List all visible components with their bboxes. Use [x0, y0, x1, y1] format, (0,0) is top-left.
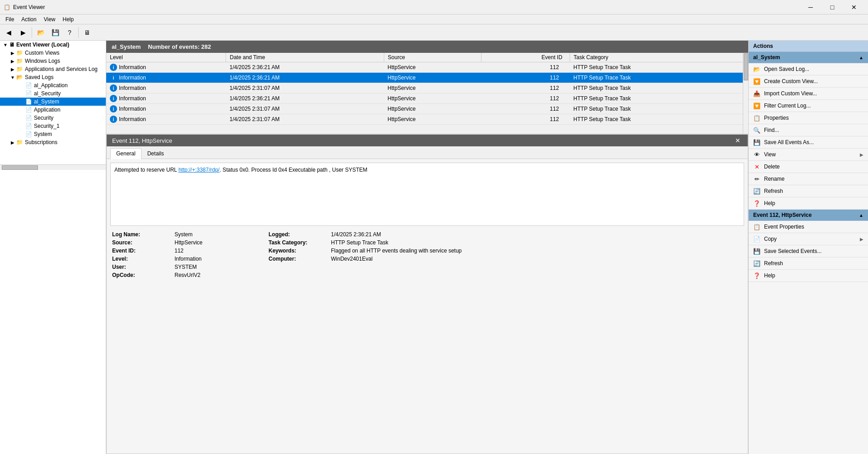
level-value: Information	[175, 256, 265, 262]
toolbar: ◀ ▶ 📂 💾 ? 🖥	[0, 24, 868, 41]
tab-details[interactable]: Details	[142, 148, 170, 159]
event-section-collapse-btn[interactable]: ▲	[859, 213, 863, 218]
action-filter-current-log[interactable]: 🔽 Filter Current Log...	[749, 100, 868, 112]
create-custom-view-label: Create Custom View...	[764, 78, 818, 84]
action-open-saved-log[interactable]: 📂 Open Saved Log...	[749, 63, 868, 75]
tree-item-security[interactable]: 📄 Security	[0, 114, 106, 122]
table-row[interactable]: iInformation 1/4/2025 2:31:07 AM HttpSer…	[106, 114, 748, 125]
cell-source: HttpService	[384, 83, 481, 94]
tree-item-al-system[interactable]: 📄 al_System	[0, 98, 106, 106]
cell-source: HttpService	[384, 62, 481, 73]
custom-views-expander: ▶	[9, 51, 16, 56]
open-saved-log-icon: 📂	[753, 66, 760, 73]
col-datetime[interactable]: Date and Time	[226, 53, 384, 62]
cell-datetime: 1/4/2025 2:31:07 AM	[226, 104, 384, 114]
tree-item-windows-logs[interactable]: ▶ 📁 Windows Logs	[0, 57, 106, 65]
tab-general[interactable]: General	[110, 148, 142, 159]
close-button[interactable]: ✕	[844, 0, 864, 14]
filter-label: Filter Current Log...	[764, 103, 811, 109]
help-button[interactable]: ?	[63, 26, 76, 39]
forward-button[interactable]: ▶	[16, 26, 30, 39]
tree-root[interactable]: ▼ 🖥 Event Viewer (Local)	[0, 41, 106, 49]
cell-level: iInformation	[106, 62, 226, 73]
event-section-header[interactable]: Event 112, HttpService ▲	[749, 210, 868, 221]
find-label: Find...	[764, 127, 779, 133]
action-import-custom-view[interactable]: 📥 Import Custom View...	[749, 88, 868, 100]
computer-value: WinDev2401Eval	[331, 256, 742, 262]
menu-help[interactable]: Help	[59, 15, 78, 23]
info-icon: i	[110, 74, 117, 81]
table-row[interactable]: iInformation 1/4/2025 2:36:21 AM HttpSer…	[106, 73, 748, 83]
action-copy[interactable]: 📄 Copy ▶	[749, 233, 868, 245]
view-icon: 👁	[753, 151, 760, 158]
menu-file[interactable]: File	[2, 15, 18, 23]
al-system-collapse-btn[interactable]: ▲	[859, 55, 863, 60]
tree-item-al-security[interactable]: 📄 al_Security	[0, 89, 106, 98]
tree-item-saved-logs[interactable]: ▼ 📂 Saved Logs	[0, 73, 106, 81]
action-view[interactable]: 👁 View ▶	[749, 149, 868, 161]
action-save-selected-events[interactable]: 💾 Save Selected Events...	[749, 245, 868, 257]
main-layout: ▼ 🖥 Event Viewer (Local) ▶ 📁 Custom View…	[0, 41, 868, 454]
col-level[interactable]: Level	[106, 53, 226, 62]
tree-horizontal-scrollbar[interactable]	[0, 164, 106, 170]
action-create-custom-view[interactable]: 🔽 Create Custom View...	[749, 75, 868, 88]
maximize-button[interactable]: □	[822, 0, 843, 14]
event-detail-close-button[interactable]: ✕	[733, 137, 742, 144]
rename-label: Rename	[764, 176, 784, 182]
table-row[interactable]: iInformation 1/4/2025 2:36:21 AM HttpSer…	[106, 94, 748, 104]
tree-item-security-1[interactable]: 📄 Security_1	[0, 122, 106, 130]
cell-eventid: 112	[481, 104, 570, 114]
action-help-event[interactable]: ❓ Help	[749, 270, 868, 282]
action-delete[interactable]: ✕ Delete	[749, 161, 868, 173]
events-table-container: Level Date and Time Source Event ID Task…	[106, 53, 748, 134]
action-save-all-events[interactable]: 💾 Save All Events As...	[749, 136, 868, 149]
find-icon: 🔍	[753, 126, 760, 134]
save-button[interactable]: 💾	[48, 26, 62, 39]
import-custom-view-icon: 📥	[753, 90, 760, 97]
menu-action[interactable]: Action	[18, 15, 40, 23]
task-category-label: Task Category:	[269, 239, 327, 246]
table-row[interactable]: iInformation 1/4/2025 2:31:07 AM HttpSer…	[106, 104, 748, 114]
security1-icon: 📄	[25, 123, 32, 129]
event-detail-tabs: General Details	[107, 146, 748, 159]
col-source[interactable]: Source	[384, 53, 481, 62]
action-properties[interactable]: 📋 Properties	[749, 112, 868, 124]
system-icon: 📄	[25, 131, 32, 137]
events-table-scrollbar[interactable]	[743, 53, 748, 134]
cell-eventid: 112	[481, 73, 570, 83]
action-find[interactable]: 🔍 Find...	[749, 124, 868, 136]
menu-view[interactable]: View	[40, 15, 59, 23]
table-row[interactable]: iInformation 1/4/2025 2:36:21 AM HttpSer…	[106, 62, 748, 73]
table-row[interactable]: iInformation 1/4/2025 2:31:07 AM HttpSer…	[106, 83, 748, 94]
cell-datetime: 1/4/2025 2:36:21 AM	[226, 73, 384, 83]
copy-label: Copy	[764, 236, 777, 242]
action-refresh-event[interactable]: 🔄 Refresh	[749, 257, 868, 270]
properties-label: Properties	[764, 115, 789, 121]
tree-item-system[interactable]: 📄 System	[0, 130, 106, 138]
cell-level: iInformation	[106, 94, 226, 104]
col-taskcategory[interactable]: Task Category	[570, 53, 748, 62]
minimize-button[interactable]: ─	[800, 0, 821, 14]
action-rename[interactable]: ✏ Rename	[749, 173, 868, 185]
tree-item-appservices[interactable]: ▶ 📁 Applications and Services Log	[0, 65, 106, 73]
tree-item-application[interactable]: 📄 Application	[0, 106, 106, 114]
save-all-events-icon: 💾	[753, 139, 760, 146]
al-system-section-header[interactable]: al_System ▲	[749, 52, 868, 63]
tree-item-al-application[interactable]: 📄 al_Application	[0, 81, 106, 89]
event-message-prefix: Attempted to reserve URL	[114, 167, 179, 173]
tree-item-subscriptions[interactable]: ▶ 📁 Subscriptions	[0, 138, 106, 146]
cell-datetime: 1/4/2025 2:36:21 AM	[226, 62, 384, 73]
event-message-link[interactable]: http://+:3387/rdp/	[179, 167, 220, 173]
action-help-main[interactable]: ❓ Help	[749, 197, 868, 210]
computer-label: Computer:	[269, 256, 327, 262]
appservices-label: Applications and Services Log	[25, 66, 98, 72]
back-button[interactable]: ◀	[2, 26, 15, 39]
action-event-properties[interactable]: 📋 Event Properties	[749, 221, 868, 233]
console-button[interactable]: 🖥	[80, 26, 94, 39]
action-refresh-main[interactable]: 🔄 Refresh	[749, 185, 868, 197]
col-eventid[interactable]: Event ID	[481, 53, 570, 62]
event-detail-header: Event 112, HttpService ✕	[107, 135, 748, 146]
open-button[interactable]: 📂	[34, 26, 47, 39]
tree-item-custom-views[interactable]: ▶ 📁 Custom Views	[0, 49, 106, 57]
delete-label: Delete	[764, 164, 780, 170]
